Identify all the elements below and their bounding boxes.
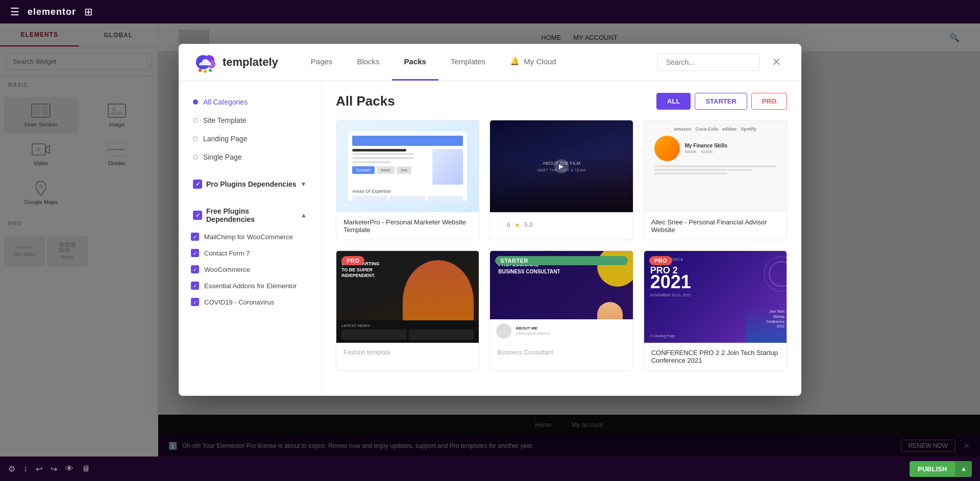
template-card-title-conference: CONFERENCE PRO 2 2 Join Tech Startup Con…: [651, 349, 779, 364]
category-all[interactable]: All Categories: [179, 93, 321, 111]
bottom-bar: ⚙ ↕ ↩ ↪ 👁 🖥 PUBLISH ▲: [0, 457, 980, 481]
filter-woocommerce[interactable]: ✓ WooCommerce: [189, 261, 311, 277]
film-preview: ABOUT THE FILM MEET THE CAST & TEAM ▶: [490, 120, 632, 212]
category-landing-page[interactable]: Landing Page: [179, 130, 321, 148]
template-card-image-fashion: SHE'S STARTINGTO BE SUPERINDEPENDENT. Sh…: [336, 251, 479, 343]
filter-all-button[interactable]: ALL: [656, 93, 691, 110]
finance-preview: amazon Coca-Cola adidas Spotify My Fin: [644, 120, 787, 212]
packs-header: All Packs ALL STARTER PRO: [336, 93, 787, 110]
desktop-icon[interactable]: 🖥: [82, 464, 90, 473]
redo-icon[interactable]: ↪: [51, 464, 57, 474]
settings-icon[interactable]: ⚙: [8, 464, 15, 474]
template-card-marketer[interactable]: Contact Slack Jira Areas Of Expertis: [336, 120, 479, 240]
templately-logo-icon: [195, 51, 217, 73]
packs-title: All Packs: [336, 93, 395, 109]
template-card-image-film: ABOUT THE FILM MEET THE CAST & TEAM ▶: [490, 120, 632, 212]
pro-plugins-filter: ✓ Pro Plugins Dependencies ▼: [179, 174, 321, 194]
finance-logos: amazon Coca-Cola adidas Spotify: [650, 126, 780, 132]
filter-contact-form[interactable]: ✓ Contact Form 7: [189, 245, 311, 261]
radio-landing-page: [193, 136, 198, 141]
pro-plugins-header[interactable]: ✓ Pro Plugins Dependencies ▼: [189, 174, 311, 194]
cloud-bell-icon: 🔔: [510, 57, 520, 66]
templately-modal: templately Pages Blocks Packs Templates …: [179, 44, 801, 396]
heart-icon: ♡: [497, 221, 503, 229]
hamburger-icon[interactable]: ☰: [10, 6, 19, 18]
category-site-template[interactable]: Site Template: [179, 111, 321, 130]
template-card-footer-film: ♡ 6 ★ 5.0: [490, 212, 632, 235]
badge-starter-consultant: STARTER: [495, 256, 627, 265]
radio-single-page: [193, 155, 198, 160]
radio-site-template: [193, 118, 198, 123]
template-card-film[interactable]: ABOUT THE FILM MEET THE CAST & TEAM ▶ ♡ …: [489, 120, 633, 240]
top-bar: ☰ elementor ⊞: [0, 0, 980, 23]
grid-icon[interactable]: ⊞: [84, 6, 93, 18]
badge-pro-conference: PRO: [649, 256, 672, 265]
conference-date: NOVEMBER 20-21, 2021: [650, 293, 780, 297]
modal-search-input[interactable]: [657, 54, 760, 71]
template-card-image-consultant: PROFESSIONALBUSINESS CONSULTANT ABOUT ME: [490, 251, 632, 343]
svg-point-23: [209, 69, 212, 72]
template-card-meta-film: ♡ 6 ★ 5.0: [497, 221, 625, 229]
template-card-title-finance: Allec Snee - Personal Financial Advisor …: [651, 218, 779, 234]
modal-sidebar: All Categories Site Template Landing Pag…: [179, 81, 322, 396]
radio-all: [193, 99, 198, 105]
pro-plugins-checkbox: ✓: [193, 180, 202, 189]
pro-plugins-arrow: ▼: [301, 181, 307, 188]
marketer-preview: Contact Slack Jira Areas Of Expertis: [336, 120, 479, 212]
contact-form-checkbox: ✓: [191, 249, 199, 257]
nav-packs[interactable]: Packs: [392, 44, 438, 81]
templately-logo-text: templately: [223, 56, 278, 69]
nav-pages[interactable]: Pages: [299, 44, 345, 81]
filter-mailchimp[interactable]: ✓ MailChimp for WooCommerce: [189, 229, 311, 245]
likes-count: 6: [507, 221, 510, 229]
filter-starter-button[interactable]: STARTER: [695, 93, 747, 110]
consultant-preview: PROFESSIONALBUSINESS CONSULTANT ABOUT ME: [490, 251, 632, 343]
template-card-image-conference: CONFERENCE PRO 2 2021 NOVEMBER 20-21, 20…: [644, 251, 787, 343]
filter-essential-addons[interactable]: ✓ Essential Addons for Elementor: [189, 277, 311, 294]
elementor-logo: elementor: [28, 7, 76, 17]
modal-nav: Pages Blocks Packs Templates 🔔 My Cloud: [299, 44, 657, 81]
filter-covid19[interactable]: ✓ COVID19 - Coronavirus: [189, 294, 311, 310]
undo-icon[interactable]: ↩: [36, 464, 42, 474]
nav-templates[interactable]: Templates: [438, 44, 498, 81]
nav-blocks[interactable]: Blocks: [345, 44, 391, 81]
preview-icon[interactable]: 👁: [65, 464, 74, 473]
conference-year: 2021: [650, 273, 780, 291]
mailchimp-checkbox: ✓: [191, 233, 199, 241]
badge-pro-fashion: PRO: [341, 256, 364, 265]
modal-main: All Packs ALL STARTER PRO: [322, 81, 801, 396]
template-card-title-fashion: Fashion template: [344, 349, 472, 356]
template-card-finance[interactable]: amazon Coca-Cola adidas Spotify My Fin: [644, 120, 787, 240]
covid19-checkbox: ✓: [191, 298, 199, 306]
template-card-footer-finance: Allec Snee - Personal Financial Advisor …: [644, 212, 787, 240]
category-single-page[interactable]: Single Page: [179, 148, 321, 166]
template-card-footer-fashion: Fashion template: [336, 343, 479, 362]
template-card-consultant[interactable]: PROFESSIONALBUSINESS CONSULTANT ABOUT ME: [489, 250, 633, 371]
top-bar-left: ☰ elementor ⊞: [10, 6, 93, 18]
template-card-title-marketer: MarketerPro - Personal Marketer Website …: [344, 218, 472, 234]
filter-pro-button[interactable]: PRO: [751, 93, 787, 110]
modal-main-inner: All Packs ALL STARTER PRO: [322, 81, 801, 383]
template-card-fashion[interactable]: SHE'S STARTINGTO BE SUPERINDEPENDENT. Sh…: [336, 250, 479, 371]
filter-buttons: ALL STARTER PRO: [656, 93, 787, 110]
template-card-conference[interactable]: CONFERENCE PRO 2 2021 NOVEMBER 20-21, 20…: [644, 250, 787, 371]
template-card-footer-consultant: Business Consultant: [490, 343, 632, 362]
modal-close-button[interactable]: ✕: [768, 54, 785, 71]
template-grid: Contact Slack Jira Areas Of Expertis: [336, 120, 787, 371]
publish-dropdown-arrow[interactable]: ▲: [955, 461, 972, 476]
svg-point-21: [199, 69, 202, 72]
nav-my-cloud[interactable]: 🔔 My Cloud: [498, 44, 568, 81]
woocommerce-checkbox: ✓: [191, 265, 199, 273]
publish-button[interactable]: PUBLISH ▲: [910, 461, 972, 477]
templately-logo: templately: [195, 51, 278, 73]
responsive-icon[interactable]: ↕: [23, 464, 28, 473]
free-plugins-filter: ✓ Free Plugins Dependencies ▲ ✓ MailChim…: [179, 202, 321, 310]
template-card-footer-marketer: MarketerPro - Personal Marketer Website …: [336, 212, 479, 240]
free-plugins-header[interactable]: ✓ Free Plugins Dependencies ▲: [189, 202, 311, 229]
modal-overlay: templately Pages Blocks Packs Templates …: [0, 23, 980, 481]
svg-point-22: [204, 70, 207, 73]
publish-label: PUBLISH: [910, 461, 955, 477]
template-card-footer-conference: CONFERENCE PRO 2 2 Join Tech Startup Con…: [644, 343, 787, 370]
film-content: ABOUT THE FILM MEET THE CAST & TEAM: [537, 161, 585, 172]
essential-addons-checkbox: ✓: [191, 282, 199, 290]
